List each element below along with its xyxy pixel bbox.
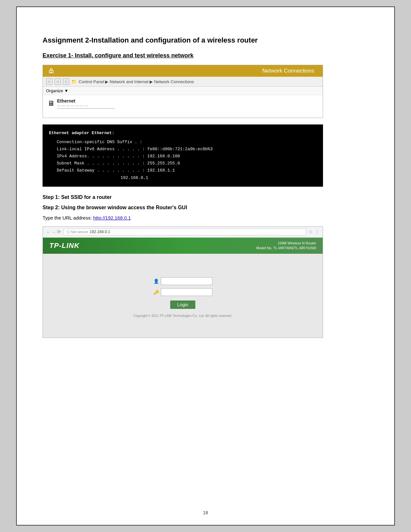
cmd-line-1: Connection-specific DNS Suffix . :	[57, 139, 317, 146]
back-button[interactable]: ←	[46, 78, 53, 85]
browser-nav: ← → ⟳	[46, 229, 61, 234]
network-content: 🖥 Ethernet — — — — — — —	[43, 95, 323, 118]
browser-actions: ☆ ⋮	[309, 229, 319, 234]
lock-icon: 🔑	[153, 290, 159, 295]
browser-forward[interactable]: →	[52, 230, 56, 234]
user-icon: 👤	[153, 279, 159, 284]
breadcrumb-path: Control Panel ▶ Network and Internet ▶ N…	[79, 79, 194, 84]
tplink-header: TP-LINK 150M Wireless N Router Model No.…	[43, 238, 323, 254]
svg-point-2	[50, 68, 52, 70]
step1-title: Step 1: Set SSID for a router	[43, 194, 368, 200]
up-button[interactable]: ↑	[63, 78, 69, 85]
url-link[interactable]: http://192.168.0.1	[93, 215, 131, 221]
cmd-line-2: Link-local IPv6 Address . . . . . : fe80…	[57, 146, 317, 153]
step2-title: Step 2: Using the browser window access …	[43, 205, 368, 211]
ethernet-sub: — — — — — — —	[57, 103, 115, 109]
model-line1: 150M Wireless N Router	[256, 241, 316, 246]
cmd-window: Ethernet adapter Ethernet: Connection-sp…	[43, 124, 323, 187]
cmd-line-5: Default Gateway . . . . . . . . . : 192.…	[57, 167, 317, 174]
url-line: Type the URL address: http://192.168.0.1	[43, 215, 368, 221]
address-omnibox[interactable]: ⓘ Not secure 192.168.0.1	[64, 229, 306, 235]
browser-body: 👤 🔑 Login Copyright © 2011 TP-LINK Techn…	[43, 254, 323, 338]
cmd-line-4: Subnet Mask . . . . . . . . . . . : 255.…	[57, 160, 317, 167]
window-title: Network Connections	[54, 68, 318, 74]
network-icon	[48, 68, 54, 74]
password-input[interactable]	[161, 288, 212, 296]
address-bar: ← → ↑ 📁 Control Panel ▶ Network and Inte…	[43, 77, 323, 87]
url-prefix: Type the URL address:	[43, 215, 93, 221]
login-box: 👤 🔑 Login Copyright © 2011 TP-LINK Techn…	[124, 271, 242, 324]
star-icon[interactable]: ☆	[309, 229, 313, 234]
copyright-text: Copyright © 2011 TP-LINK Technologies Co…	[133, 314, 232, 318]
password-field: 🔑	[153, 288, 212, 296]
menu-icon[interactable]: ⋮	[315, 229, 319, 234]
page-number: 18	[203, 510, 208, 515]
ethernet-item: 🖥 Ethernet — — — — — — —	[47, 98, 318, 109]
main-title: Assignment 2-Installation and configurat…	[43, 36, 368, 44]
not-secure-text: Not secure	[71, 230, 88, 234]
cmd-line-6: 192.168.0.1	[121, 174, 317, 182]
browser-chrome: ← → ⟳ ⓘ Not secure 192.168.0.1 ☆ ⋮	[43, 227, 323, 238]
tplink-logo: TP-LINK	[49, 241, 80, 250]
ethernet-icon: 🖥	[47, 99, 54, 108]
page: Assignment 2-Installation and configurat…	[16, 6, 395, 526]
titlebar-left	[48, 68, 54, 74]
browser-back[interactable]: ←	[46, 230, 50, 234]
ethernet-info: Ethernet — — — — — — —	[57, 98, 115, 109]
forward-button[interactable]: →	[54, 78, 61, 85]
browser-url: 192.168.0.1	[90, 230, 110, 234]
username-input[interactable]	[161, 277, 212, 285]
browser-reload[interactable]: ⟳	[57, 229, 61, 234]
nav-icon: 📁	[71, 79, 77, 84]
cmd-line-3: IPv4 Address. . . . . . . . . . . : 192.…	[57, 153, 317, 160]
not-secure-indicator: ⓘ Not secure	[66, 230, 88, 234]
model-line2: Model No. TL-WR740N/TL-WR741ND	[256, 246, 316, 251]
exercise-title: Exercise 1- Install, configure and test …	[43, 52, 368, 59]
login-button[interactable]: Login	[170, 300, 195, 309]
info-icon: ⓘ	[66, 230, 70, 234]
svg-rect-1	[51, 72, 52, 73]
titlebar: Network Connections	[43, 65, 323, 77]
ethernet-label: Ethernet	[57, 98, 115, 103]
cmd-lines: Connection-specific DNS Suffix . : Link-…	[57, 139, 317, 182]
cmd-header: Ethernet adapter Ethernet:	[49, 130, 317, 137]
browser-window: ← → ⟳ ⓘ Not secure 192.168.0.1 ☆ ⋮ TP-LI…	[43, 226, 323, 338]
network-connections-window: Network Connections ← → ↑ 📁 Control Pane…	[43, 65, 323, 118]
toolbar: Organize ▼	[43, 87, 323, 95]
tplink-model: 150M Wireless N Router Model No. TL-WR74…	[256, 241, 316, 251]
organize-button[interactable]: Organize ▼	[46, 88, 68, 93]
username-field: 👤	[153, 277, 212, 285]
